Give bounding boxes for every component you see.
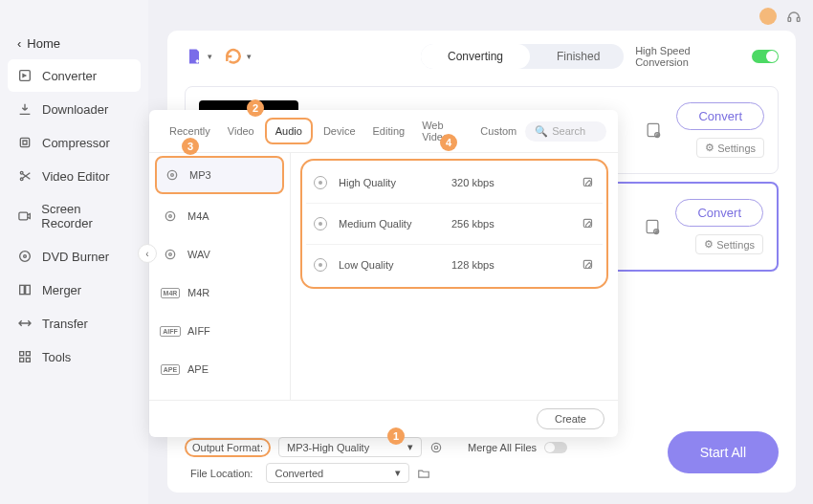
sidebar-label: Transfer [42, 317, 88, 331]
status-segment: Converting Finished [421, 44, 624, 69]
format-label: M4A [187, 210, 209, 222]
sidebar-item-merger[interactable]: Merger [8, 274, 141, 306]
svg-rect-10 [26, 285, 31, 294]
step-badge-1: 1 [387, 427, 405, 445]
output-format-label: Output Format: [185, 438, 271, 457]
merge-icon [17, 282, 33, 297]
svg-point-7 [20, 252, 31, 262]
transfer-icon [17, 316, 33, 331]
sidebar-item-video-editor[interactable]: Video Editor [8, 160, 141, 192]
scissors-icon [17, 168, 33, 184]
format-ape[interactable]: APE APE [149, 350, 290, 388]
format-settings-icon[interactable] [429, 441, 443, 454]
settings-label: Settings [716, 239, 755, 251]
svg-point-19 [431, 443, 440, 451]
sidebar-label: Converter [42, 69, 97, 83]
convert-button[interactable]: Convert [675, 199, 763, 227]
quality-name: Medium Quality [339, 218, 451, 230]
format-wav[interactable]: WAV [149, 235, 290, 274]
file-location-select[interactable]: Converted ▾ [266, 463, 409, 483]
chevron-down-icon: ▾ [208, 52, 212, 61]
radio-icon [314, 258, 327, 272]
svg-point-26 [169, 253, 172, 256]
disc-icon [163, 208, 178, 224]
settings-link[interactable]: ⚙ Settings [695, 234, 763, 254]
disc-icon [17, 249, 33, 264]
format-m4r[interactable]: M4R M4R [149, 274, 290, 312]
quality-name: Low Quality [339, 259, 451, 271]
quality-high[interactable]: High Quality 320 kbps [306, 163, 603, 204]
gear-icon: ⚙ [705, 142, 714, 154]
open-folder-icon[interactable] [417, 467, 430, 480]
format-m4a[interactable]: M4A [149, 197, 290, 235]
create-button[interactable]: Create [537, 408, 604, 429]
add-file-button[interactable]: ▾ [185, 47, 212, 66]
file-add-icon [185, 47, 204, 66]
format-label: M4R [187, 287, 209, 298]
settings-link[interactable]: ⚙ Settings [696, 138, 764, 158]
sidebar-item-downloader[interactable]: Downloader [8, 93, 141, 125]
aiff-icon: AIFF [163, 323, 178, 339]
svg-point-20 [434, 446, 438, 449]
svg-rect-1 [797, 17, 800, 21]
refresh-button[interactable]: ▾ [224, 47, 252, 66]
refresh-icon [224, 47, 243, 66]
search-icon: 🔍 [535, 125, 548, 138]
tab-device[interactable]: Device [315, 116, 364, 146]
segment-converting[interactable]: Converting [421, 44, 530, 69]
segment-finished[interactable]: Finished [530, 44, 624, 69]
format-flac[interactable]: FLAC FLAC [149, 388, 290, 400]
quality-bitrate: 256 kbps [451, 218, 582, 230]
svg-rect-11 [20, 352, 24, 356]
sidebar-label: Screen Recorder [41, 202, 131, 230]
collapse-sidebar-button[interactable]: ‹ [138, 244, 157, 263]
sidebar-item-transfer[interactable]: Transfer [8, 307, 141, 340]
output-format-icon[interactable] [644, 121, 663, 140]
gear-icon: ⚙ [704, 238, 714, 251]
format-aiff[interactable]: AIFF AIFF [149, 312, 290, 350]
step-badge-4: 4 [440, 134, 457, 151]
output-format-icon[interactable] [643, 217, 662, 236]
sidebar-item-compressor[interactable]: Compressor [8, 126, 141, 159]
step-badge-3: 3 [182, 138, 199, 155]
converter-icon [17, 68, 33, 83]
tab-video[interactable]: Video [219, 116, 263, 146]
home-link[interactable]: ‹ Home [0, 29, 148, 58]
sidebar-label: Merger [42, 283, 81, 297]
sidebar-item-converter[interactable]: Converter [8, 59, 141, 92]
quality-name: High Quality [339, 177, 451, 188]
tab-editing[interactable]: Editing [364, 116, 414, 146]
svg-point-21 [167, 170, 176, 179]
sidebar-label: DVD Burner [42, 250, 109, 264]
tab-custom[interactable]: Custom [472, 116, 525, 146]
convert-button[interactable]: Convert [676, 102, 764, 130]
format-label: APE [187, 363, 209, 375]
quality-low[interactable]: Low Quality 128 kbps [306, 245, 603, 285]
chevron-down-icon: ▾ [247, 52, 252, 61]
edit-icon[interactable] [582, 217, 595, 230]
speed-toggle[interactable] [752, 50, 779, 63]
avatar[interactable] [759, 8, 777, 25]
support-icon[interactable] [786, 9, 802, 24]
recorder-icon [17, 208, 32, 224]
svg-rect-0 [788, 17, 791, 21]
edit-icon[interactable] [582, 176, 595, 189]
search-input[interactable]: 🔍 Search [525, 121, 606, 142]
sidebar-label: Video Editor [42, 169, 110, 184]
merge-label: Merge All Files [468, 442, 537, 453]
format-mp3[interactable]: MP3 [155, 156, 284, 194]
quality-bitrate: 128 kbps [451, 259, 582, 271]
sidebar-item-tools[interactable]: Tools [8, 340, 141, 373]
svg-rect-14 [26, 358, 30, 362]
sidebar-item-screen-recorder[interactable]: Screen Recorder [8, 193, 141, 239]
file-location-value: Converted [275, 468, 323, 479]
svg-rect-13 [20, 358, 24, 362]
merge-toggle[interactable] [544, 442, 567, 453]
chevron-down-icon: ▾ [395, 467, 401, 479]
tab-audio[interactable]: Audio [265, 118, 313, 144]
edit-icon[interactable] [582, 258, 595, 272]
quality-medium[interactable]: Medium Quality 256 kbps [306, 204, 603, 245]
sidebar-label: Tools [42, 350, 71, 364]
sidebar-item-dvd-burner[interactable]: DVD Burner [8, 240, 141, 273]
start-all-button[interactable]: Start All [668, 431, 779, 473]
